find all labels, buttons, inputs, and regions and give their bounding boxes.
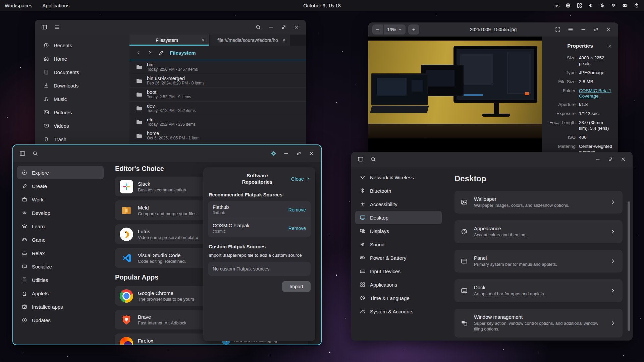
applications-button[interactable]: Applications	[42, 3, 69, 8]
sidebar-item-game[interactable]: Game	[17, 233, 104, 246]
sidebar-item-applets[interactable]: Applets	[17, 287, 104, 300]
tab-close-button[interactable]	[200, 37, 206, 44]
fullscreen-button[interactable]	[552, 24, 563, 35]
import-button[interactable]: Import	[282, 281, 311, 292]
settings-card-appearance[interactable]: AppearanceAccent colors and theming.	[454, 220, 623, 243]
sidebar-item-input[interactable]: Input Devices	[355, 264, 442, 278]
zoom-in-button[interactable]	[408, 24, 419, 35]
zoom-out-button[interactable]	[372, 24, 383, 35]
sidebar-item-utilities[interactable]: Utilities	[17, 273, 104, 287]
search-button[interactable]	[253, 22, 264, 33]
minimize-button[interactable]	[578, 24, 589, 35]
search-button[interactable]	[368, 154, 379, 165]
viewer-titlebar[interactable]: 20251009_150555.jpg 13%	[368, 22, 618, 37]
remove-source-button[interactable]: Remove	[288, 207, 306, 213]
zoom-level-dropdown[interactable]: 13%	[383, 24, 406, 35]
close-button[interactable]	[291, 22, 302, 33]
maximize-button[interactable]	[591, 24, 601, 35]
photo-canvas[interactable]	[368, 37, 542, 161]
edit-path-icon[interactable]	[158, 50, 164, 56]
menu-button[interactable]	[565, 24, 576, 35]
sidebar-toggle-button[interactable]	[39, 22, 50, 33]
sidebar-item-trash[interactable]: Trash	[39, 132, 125, 146]
file-row-dev[interactable]: devToday, 3:12 PM - 252 items	[129, 102, 306, 115]
sidebar-item-pictures[interactable]: Pictures	[39, 106, 125, 119]
close-button[interactable]	[618, 154, 629, 165]
sidebar-item-applications[interactable]: Applications	[355, 278, 442, 291]
maximize-button[interactable]	[605, 154, 616, 165]
sidebar-item-relax[interactable]: Relax	[17, 246, 104, 260]
clock-applet[interactable]: October 9, 15:18	[303, 3, 341, 8]
store-titlebar[interactable]	[13, 145, 321, 162]
file-row-etc[interactable]: etcToday, 2:52 PM - 235 items	[129, 115, 306, 129]
scrollbar[interactable]	[628, 201, 630, 331]
file-row-bin-usr[interactable]: bin.usr-is-mergedFeb 26, 2024, 6:28 PM -…	[129, 74, 306, 88]
files-titlebar[interactable]	[35, 20, 306, 35]
sidebar-item-recents[interactable]: Recents	[39, 39, 125, 52]
breadcrumb[interactable]: Filesystem	[170, 50, 196, 56]
sidebar-item-network[interactable]: Network & Wireless	[355, 171, 442, 184]
prop-value: 4000 × 2252 pixels	[579, 55, 613, 67]
minimize-button[interactable]	[281, 148, 291, 159]
sidebar-item-time[interactable]: Time & Language	[355, 291, 442, 305]
settings-card-panel[interactable]: PanelPrimary system bar for menus and ap…	[454, 250, 623, 273]
volume-icon[interactable]	[588, 3, 594, 8]
file-row-bin[interactable]: binToday, 2:56 PM - 1457 items	[129, 60, 306, 74]
properties-close-button[interactable]	[605, 42, 613, 50]
back-icon[interactable]	[136, 50, 142, 56]
sidebar-item-updates[interactable]: Updates	[17, 313, 104, 327]
file-row-home[interactable]: homeOct 6, 2025, 6:05 PM - 1 item	[129, 129, 306, 143]
forward-icon[interactable]	[147, 50, 153, 56]
minimize-button[interactable]	[266, 22, 276, 33]
sidebar-item-sound[interactable]: Sound	[355, 238, 442, 251]
mic-off-icon[interactable]	[599, 3, 605, 8]
sidebar-item-home[interactable]: Home	[39, 52, 125, 65]
maximize-button[interactable]	[278, 22, 289, 33]
sidebar-item-music[interactable]: Music	[39, 92, 125, 106]
sidebar-item-learn[interactable]: Learn	[17, 220, 104, 233]
power-icon[interactable]	[634, 3, 639, 8]
sidebar-toggle-button[interactable]	[17, 148, 28, 159]
settings-card-wallpaper[interactable]: WallpaperWallpaper images, colors, and s…	[454, 191, 623, 214]
repositories-settings-button[interactable]	[268, 148, 279, 159]
maximize-button[interactable]	[293, 148, 304, 159]
sidebar-item-documents[interactable]: Documents	[39, 65, 125, 79]
settings-card-dock[interactable]: DockAn optional bar for apps and applets…	[454, 279, 623, 302]
sidebar-item-develop[interactable]: Develop	[17, 206, 104, 220]
close-dialog-button[interactable]: Close	[291, 176, 311, 182]
sidebar-item-explore[interactable]: Explore	[17, 166, 104, 179]
sidebar-item-socialize[interactable]: Socialize	[17, 260, 104, 273]
sidebar-item-work[interactable]: Work	[17, 193, 104, 206]
tiling-applet-icon[interactable]	[577, 3, 582, 8]
sidebar-item-accessibility[interactable]: Accessibility	[355, 197, 442, 211]
sidebar-item-downloads[interactable]: Downloads	[39, 79, 125, 92]
battery-icon[interactable]	[622, 3, 628, 8]
sidebar-item-power[interactable]: Power & Battery	[355, 251, 442, 264]
close-button[interactable]	[306, 148, 317, 159]
sidebar-toggle-button[interactable]	[355, 154, 366, 165]
sidebar-item-create[interactable]: Create	[17, 179, 104, 193]
tab-filesystem[interactable]: Filesystem	[129, 35, 209, 46]
sidebar-item-installed[interactable]: Installed apps	[17, 300, 104, 313]
close-button[interactable]	[603, 24, 614, 35]
sidebar-item-accounts[interactable]: System & Accounts	[355, 305, 442, 318]
wifi-icon[interactable]	[611, 3, 616, 8]
minimize-button[interactable]	[592, 154, 603, 165]
globe-icon[interactable]	[565, 3, 571, 8]
search-button[interactable]	[30, 148, 41, 159]
tab-media-fedora[interactable]: file:///media/sourav/fedora/ho	[210, 35, 290, 46]
settings-titlebar[interactable]	[351, 152, 633, 167]
tab-close-button[interactable]	[280, 37, 287, 44]
keyboard-layout-indicator[interactable]: us	[554, 3, 559, 8]
file-row-boot[interactable]: bootToday, 2:52 PM - 9 items	[129, 88, 306, 102]
folder-link[interactable]: COSMIC Beta 1 Coverage	[579, 88, 613, 100]
sidebar-item-desktop[interactable]: Desktop	[355, 211, 442, 224]
menu-button[interactable]	[52, 22, 62, 33]
workspaces-button[interactable]: Workspaces	[5, 3, 32, 8]
maximize-icon	[607, 156, 613, 162]
sidebar-item-bluetooth[interactable]: Bluetooth	[355, 184, 442, 197]
remove-source-button[interactable]: Remove	[288, 226, 306, 231]
sidebar-item-displays[interactable]: Displays	[355, 224, 442, 238]
sidebar-item-videos[interactable]: Videos	[39, 119, 125, 132]
settings-card-window-management[interactable]: Window managementSuper key action, windo…	[454, 309, 623, 338]
